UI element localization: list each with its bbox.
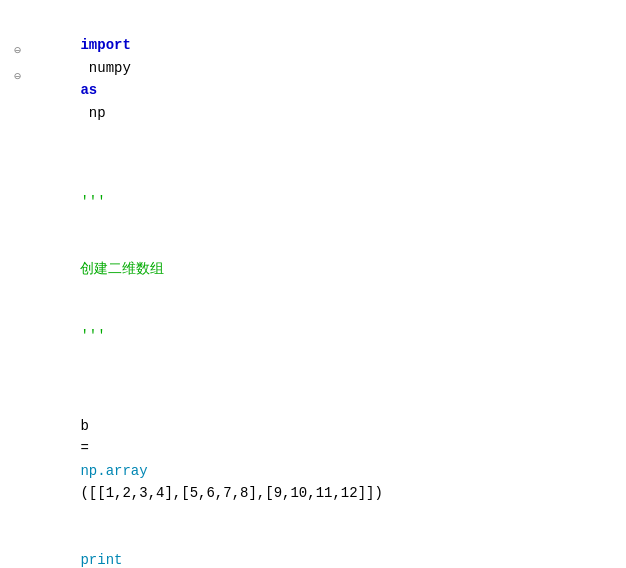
fn-print-1: print — [80, 552, 122, 568]
text-numpy: numpy — [80, 60, 139, 76]
fold-icon-2[interactable]: ⊖ — [14, 68, 21, 87]
line-assign: b = np.array ([[1,2,3,4],[5,6,7,8],[9,10… — [30, 393, 626, 527]
line-blank2 — [30, 370, 626, 392]
line-import: import numpy as np — [30, 12, 626, 146]
text-np: np — [80, 105, 105, 121]
editor-section: import numpy as np ⊖ ''' 创建二维数组 ''' ⊖ b … — [0, 0, 626, 568]
keyword-import: import — [80, 37, 130, 53]
op-eq: = — [80, 440, 97, 456]
fold-icon-1[interactable]: ⊖ — [14, 42, 21, 61]
fn-np-array: np.array — [80, 463, 147, 479]
line-triple-open: ''' — [30, 169, 626, 236]
line-blank1 — [30, 146, 626, 168]
paren-array: ([[1,2,3,4],[5,6,7,8],[9,10,11,12]]) — [80, 485, 382, 501]
line-comment: 创建二维数组 — [30, 236, 626, 303]
line-triple-close: ''' — [30, 303, 626, 370]
triple-quote-open: ''' — [80, 194, 105, 210]
keyword-as: as — [80, 82, 97, 98]
comment-text: 创建二维数组 — [80, 261, 164, 277]
line-print1: print (b[0]) — [30, 527, 626, 568]
triple-quote-close: ''' — [80, 328, 105, 344]
var-b: b — [80, 418, 97, 434]
